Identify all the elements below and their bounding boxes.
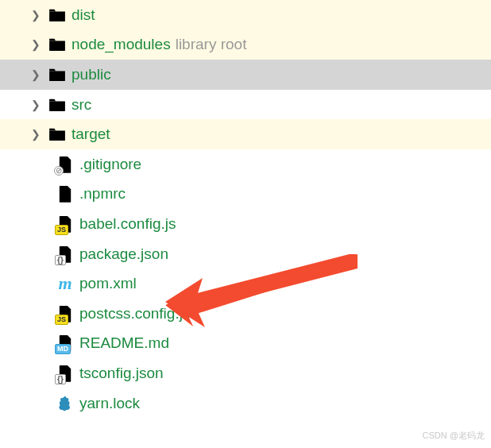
file-label: yarn.lock [79,395,140,412]
json-file-icon: {} [56,364,75,383]
file-babel-config[interactable]: JS babel.config.js [0,209,491,239]
project-tree: ❯ dist ❯ node_modules library root ❯ pub… [0,0,491,418]
js-file-icon: JS [56,304,75,323]
file-yarn-lock[interactable]: yarn.lock [0,388,491,419]
file-label: babel.config.js [79,215,176,233]
folder-icon [48,95,67,114]
folder-node-modules[interactable]: ❯ node_modules library root [0,30,491,60]
maven-file-icon: m [56,274,75,293]
folder-public[interactable]: ❯ public [0,60,491,90]
chevron-right-icon: ❯ [29,68,43,81]
file-icon [56,184,75,203]
md-file-icon: MD [56,334,75,353]
folder-target[interactable]: ❯ target [0,119,491,149]
file-npmrc[interactable]: .npmrc [0,180,491,210]
folder-label: src [72,96,91,114]
yarn-file-icon [56,394,75,413]
chevron-right-icon: ❯ [29,9,43,21]
folder-label: node_modules [72,36,171,53]
folder-src[interactable]: ❯ src [0,90,491,120]
file-label: pom.xml [79,275,137,292]
file-package-json[interactable]: {} package.json [0,239,491,269]
chevron-right-icon: ❯ [29,38,43,51]
chevron-right-icon: ❯ [29,128,43,141]
folder-dist[interactable]: ❯ dist [0,0,491,30]
file-pom-xml[interactable]: m pom.xml [0,268,491,299]
file-tsconfig[interactable]: {} tsconfig.json [0,358,491,388]
chevron-right-icon: ❯ [29,98,43,111]
folder-label: target [72,126,110,143]
file-label: package.json [79,245,168,263]
file-label: .npmrc [79,185,126,203]
folder-label: public [72,66,111,83]
folder-icon [48,65,67,84]
folder-hint: library root [176,36,247,53]
file-label: postcss.config.js [79,305,190,322]
file-label: .gitignore [79,156,141,173]
file-postcss-config[interactable]: JS postcss.config.js [0,299,491,329]
ignore-file-icon [56,155,75,174]
file-readme[interactable]: MD README.md [0,329,491,359]
watermark: CSDN @老码龙 [423,430,485,442]
file-label: tsconfig.json [79,365,164,382]
file-label: README.md [79,334,169,352]
json-file-icon: {} [56,245,75,264]
file-gitignore[interactable]: .gitignore [0,149,491,180]
folder-icon [48,6,67,25]
folder-label: dist [72,6,95,24]
folder-icon [48,35,67,54]
js-file-icon: JS [56,214,75,234]
folder-icon [48,125,67,144]
